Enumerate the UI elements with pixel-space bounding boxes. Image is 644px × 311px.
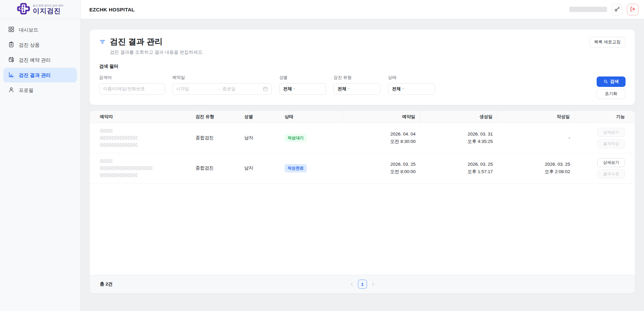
col-header-status: 상태	[285, 111, 343, 123]
gender-select-value: 전체	[283, 86, 292, 92]
redacted-phone	[100, 143, 137, 147]
results-table-card: 예약자 검진 유형 성별 상태 예약일 생성일 작성일 기능	[90, 111, 635, 294]
dashboard-icon	[8, 26, 14, 34]
date-end-input[interactable]	[222, 86, 261, 91]
sidebar-item-label: 대시보드	[19, 27, 38, 33]
date-start-input[interactable]	[176, 86, 214, 91]
topbar: EZCHK HOSPITAL	[81, 0, 644, 19]
calendar-clock-icon	[8, 56, 14, 64]
written-date-cell: 2026. 03. 25 오후 2:08:02	[493, 161, 570, 176]
write-result-button[interactable]: 결과작성	[597, 139, 625, 148]
date-label: 예약일	[172, 75, 272, 81]
sidebar-item-label: 검진 예약 관리	[19, 57, 51, 63]
logout-button[interactable]	[627, 4, 639, 15]
calendar-icon	[263, 86, 268, 92]
keyword-input[interactable]	[99, 83, 165, 95]
next-page-icon[interactable]	[370, 281, 376, 287]
sidebar-item-label: 프로필	[19, 87, 34, 94]
gender-cell: 남자	[244, 135, 285, 141]
sidebar: 쉽고 편한 온라인 검진 예약 이지검진 대시보드	[0, 0, 81, 311]
logout-icon	[630, 6, 636, 13]
keyword-label: 검색어	[99, 75, 165, 81]
type-select-value: 전체	[338, 86, 346, 92]
password-key-button[interactable]	[611, 4, 623, 15]
status-select-value: 전체	[392, 86, 401, 92]
chevron-down-icon	[346, 87, 351, 91]
redacted-name	[100, 159, 113, 163]
col-header-reserver: 예약자	[100, 111, 200, 123]
bar-chart-icon	[8, 71, 14, 79]
arrow-right-icon: →	[216, 87, 220, 91]
reserver-cell	[100, 159, 196, 177]
sidebar-item-label: 검진 상품	[19, 42, 40, 48]
gender-label: 성별	[279, 75, 326, 81]
prev-page-icon[interactable]	[349, 281, 354, 287]
main-area: EZCHK HOSPITAL	[81, 0, 644, 311]
chevron-down-icon	[401, 87, 405, 91]
pagination: 1	[349, 280, 376, 289]
sidebar-item-profile[interactable]: 프로필	[3, 83, 77, 98]
status-badge: 작성완료	[285, 164, 307, 172]
checkup-type-select[interactable]: 전체	[334, 83, 381, 95]
redacted-email	[100, 166, 153, 170]
filter-lines-icon	[99, 39, 106, 55]
search-button[interactable]: 검색	[597, 76, 626, 87]
results-filter-card: 검진 결과 관리 검진 결과를 조회하고 결과 내용을 편집하세요. 목록 새로…	[90, 30, 635, 105]
col-header-gender: 성별	[244, 111, 289, 123]
edit-result-button[interactable]: 결과수정	[597, 169, 625, 178]
user-icon	[8, 87, 14, 94]
sidebar-item-products[interactable]: 검진 상품	[3, 38, 77, 52]
gender-select[interactable]: 전체	[279, 83, 326, 95]
total-count: 총 2건	[100, 281, 113, 287]
hospital-title: EZCHK HOSPITAL	[89, 7, 135, 12]
reset-button[interactable]: 초기화	[597, 89, 626, 99]
content: 검진 결과 관리 검진 결과를 조회하고 결과 내용을 편집하세요. 목록 새로…	[81, 19, 644, 311]
redacted-email	[100, 136, 137, 140]
detail-view-button[interactable]: 상세보기	[597, 158, 625, 167]
col-header-actions: 기능	[570, 111, 630, 123]
date-range-picker[interactable]: →	[172, 83, 272, 95]
page-number-button[interactable]: 1	[358, 280, 367, 289]
brand-logo[interactable]: 쉽고 편한 온라인 검진 예약 이지검진	[0, 0, 80, 19]
reserved-date-cell: 2026. 04. 04 오전 8:30:00	[338, 131, 416, 146]
status-cell: 작성완료	[285, 164, 338, 172]
search-filter-section: 검색 필터 검색어 예약일 →	[99, 63, 626, 99]
checkup-type-cell: 종합검진	[196, 135, 244, 141]
page-subtitle: 검진 결과를 조회하고 결과 내용을 편집하세요.	[110, 49, 204, 55]
search-icon	[603, 79, 608, 84]
reserver-cell	[100, 129, 196, 147]
checkup-type-cell: 종합검진	[196, 165, 244, 171]
sidebar-item-results[interactable]: 검진 결과 관리	[3, 68, 77, 83]
col-header-created-date: 생성일	[416, 111, 498, 123]
status-cell: 작성대기	[285, 134, 338, 142]
detail-view-button[interactable]: 상세보기	[597, 128, 625, 137]
col-header-reserved-date: 예약일	[338, 111, 420, 123]
table-row: 종합검진 남자 작성대기 2026. 04. 04 오전 8:30:00 202…	[90, 123, 635, 153]
sidebar-item-label: 검진 결과 관리	[19, 72, 51, 79]
brand-name: 이지검진	[33, 7, 63, 14]
actions-cell: 상세보기 결과수정	[570, 158, 625, 178]
key-icon	[614, 6, 620, 13]
sidebar-item-dashboard[interactable]: 대시보드	[3, 22, 77, 37]
redacted-user-name	[569, 7, 607, 12]
redacted-name	[100, 129, 113, 133]
type-label: 검진 유형	[334, 75, 381, 81]
chevron-down-icon	[292, 87, 296, 91]
brand-tagline: 쉽고 편한 온라인 검진 예약	[33, 4, 63, 7]
sidebar-menu: 대시보드 검진 상품	[0, 19, 80, 101]
app: 쉽고 편한 온라인 검진 예약 이지검진 대시보드	[0, 0, 644, 311]
brand-cross-icon	[17, 2, 30, 16]
sidebar-item-reservations[interactable]: 검진 예약 관리	[3, 53, 77, 67]
reserved-date-cell: 2026. 03. 25 오전 8:00:00	[338, 161, 416, 176]
status-label: 상태	[388, 75, 435, 81]
page-title: 검진 결과 관리	[110, 37, 204, 46]
clipboard-icon	[8, 41, 14, 49]
gender-cell: 남자	[244, 165, 285, 171]
redacted-phone	[100, 173, 137, 177]
col-header-type: 검진 유형	[196, 111, 249, 123]
status-select[interactable]: 전체	[388, 83, 435, 95]
created-date-cell: 2026. 03. 25 오후 1:57:17	[416, 161, 493, 176]
status-badge: 작성대기	[285, 134, 307, 142]
refresh-list-button[interactable]: 목록 새로고침	[589, 37, 626, 47]
written-date-cell: -	[493, 134, 570, 142]
